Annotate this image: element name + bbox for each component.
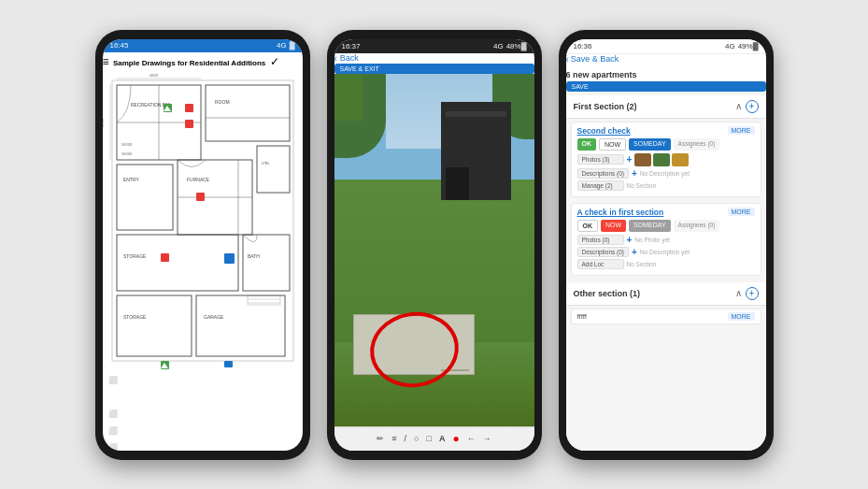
photo-thumb-2[interactable] <box>653 153 670 166</box>
phone2-status-right: 4G 48%▓ <box>493 42 527 50</box>
tool-btn-2[interactable]: — <box>103 389 123 406</box>
phone3-battery: 49%▓ <box>738 42 759 50</box>
back-button[interactable]: ‹ Back <box>334 53 534 64</box>
pencil-icon[interactable]: ✏ <box>377 434 384 443</box>
phone3-status-bar: 16:36 4G 49%▓ <box>566 39 766 54</box>
svg-rect-40 <box>248 295 280 305</box>
check1-photos-label[interactable]: Photos (3) <box>577 154 624 165</box>
check1-ok-button[interactable]: OK <box>577 138 597 151</box>
svg-text:56000: 56000 <box>121 142 133 147</box>
check1-more-button[interactable]: MORE <box>728 126 755 135</box>
phone1-title: Sample Drawings for Residential Addition… <box>113 59 265 67</box>
tool-btn-5[interactable]: ⬜ <box>103 439 123 451</box>
phone3-back-chevron-icon: ‹ <box>566 54 569 65</box>
text-icon[interactable]: A <box>439 434 446 443</box>
check2-add-photo-icon[interactable]: + <box>627 235 633 245</box>
back-chevron-icon: ‹ <box>334 53 337 64</box>
phone3-save-button[interactable]: SAVE <box>566 81 766 92</box>
svg-rect-6 <box>117 235 238 291</box>
check1-manage-row: Manage (2) No Section <box>577 180 755 191</box>
tool-btn-1[interactable]: ⬜ <box>103 372 123 389</box>
svg-text:STORAGE: STORAGE <box>123 314 147 320</box>
check2-descriptions-label[interactable]: Descriptions (0) <box>577 247 630 257</box>
phone2-header: ‹ Back SAVE & EXIT <box>334 53 534 74</box>
photo-area[interactable] <box>334 74 534 426</box>
arrow-left-icon[interactable]: ← <box>467 434 476 443</box>
tool-icon-2: — <box>109 393 117 401</box>
svg-rect-8 <box>117 295 192 356</box>
check1-no-description: No Description yet <box>640 170 690 177</box>
arrow-right-icon[interactable]: → <box>483 434 491 443</box>
tool-btn-4[interactable]: ⬜ <box>103 423 123 439</box>
phone2-signal: 4G <box>493 42 504 50</box>
check2-add-desc-icon[interactable]: + <box>632 247 637 257</box>
section2-add-button[interactable]: + <box>746 287 759 300</box>
check1-now-button[interactable]: NOW <box>599 138 626 151</box>
phone1-toolbar: ⬜ — ⬜ ⬜ ⬜ ⬜ ⬜ <box>103 372 303 451</box>
phone2-time: 16:37 <box>342 42 361 50</box>
menu-icon[interactable]: ≡ <box>103 55 109 68</box>
svg-rect-9 <box>196 295 285 356</box>
slash-icon[interactable]: / <box>405 434 407 443</box>
svg-rect-35 <box>161 253 169 262</box>
check1-add-desc-icon[interactable]: + <box>632 168 637 179</box>
check2-add-loc-label[interactable]: Add Loc <box>577 259 624 269</box>
phone3-screen: 16:36 4G 49%▓ ‹ Save & Back 6 new apartm… <box>566 39 766 451</box>
check2-name[interactable]: A check in first section <box>577 208 664 217</box>
check1-assignees[interactable]: Assignees (0) <box>674 138 720 151</box>
annotation-toolbar: ✏ ≡ / ○ □ A ● ← → <box>334 426 534 451</box>
phone3-back-button[interactable]: ‹ Save & Back <box>566 54 766 65</box>
check1-descriptions-label[interactable]: Descriptions (0) <box>577 168 630 179</box>
svg-text:FURNACE: FURNACE <box>187 177 210 182</box>
section1-title: First Section (2) <box>574 102 637 111</box>
phone3-signal: 4G <box>725 42 735 50</box>
check1-add-photo-icon[interactable]: + <box>627 154 633 165</box>
svg-text:STORAGE: STORAGE <box>123 253 147 259</box>
check1-name[interactable]: Second check <box>577 126 631 136</box>
svg-rect-39 <box>224 361 233 367</box>
photo-thumb-3[interactable] <box>672 153 689 166</box>
svg-rect-38 <box>224 253 235 264</box>
check2-no-description: No Description yet <box>640 249 690 255</box>
section2-title: Other section (1) <box>574 289 641 298</box>
save-exit-button[interactable]: SAVE & EXIT <box>334 64 534 74</box>
check2-someday-button[interactable]: SOMEDAY <box>629 220 671 232</box>
svg-text:UTIL: UTIL <box>262 161 270 165</box>
check1-manage-label[interactable]: Manage (2) <box>577 180 624 191</box>
check2-status-buttons: OK NOW SOMEDAY Assignees (0) <box>577 220 755 232</box>
checklist-area: First Section (2) ∧ + Second check MORE … <box>566 92 766 451</box>
lines-icon[interactable]: ≡ <box>391 434 396 443</box>
section2-icons: ∧ + <box>735 287 759 300</box>
check-item-1: Second check MORE OK NOW SOMEDAY Assigne… <box>571 122 761 197</box>
check1-photos-row: Photos (3) + <box>577 153 755 166</box>
section1-add-button[interactable]: + <box>746 100 759 113</box>
phone-1: 16:45 4G ▓ ≡ Sample Drawings for Residen… <box>95 30 310 460</box>
check2-more-button[interactable]: MORE <box>728 208 755 216</box>
check-icon[interactable]: ✓ <box>270 55 279 68</box>
svg-text:ENTRY: ENTRY <box>123 177 140 182</box>
phone3-header: ‹ Save & Back 6 new apartments SAVE <box>566 54 766 92</box>
section2-chevron-icon[interactable]: ∧ <box>735 288 742 298</box>
svg-rect-3 <box>117 165 173 230</box>
check2-assignees[interactable]: Assignees (0) <box>674 220 720 232</box>
check2-now-button[interactable]: NOW <box>601 220 626 232</box>
section2-item: fffff MORE <box>571 309 761 324</box>
blueprint-area[interactable]: RECREATION RM ROOM ENTRY FURNACE UTIL ST… <box>103 69 303 372</box>
photo-thumb-1[interactable] <box>634 153 651 166</box>
svg-text:ROOM: ROOM <box>215 99 230 105</box>
circle-icon[interactable]: ○ <box>414 434 419 443</box>
svg-text:56000: 56000 <box>121 151 133 156</box>
section2-more-button[interactable]: MORE <box>728 312 755 321</box>
phone3-page-subtitle: 6 new apartments <box>566 70 637 79</box>
section1-chevron-icon[interactable]: ∧ <box>735 101 742 111</box>
svg-rect-34 <box>196 193 205 201</box>
svg-text:3600: 3600 <box>103 118 105 127</box>
phone1-status-right: 4G ▓ <box>277 41 295 50</box>
tool-btn-3[interactable]: ⬜ <box>103 406 123 423</box>
check2-ok-button[interactable]: OK <box>577 220 599 232</box>
check2-photos-label[interactable]: Photos (0) <box>577 235 624 245</box>
filled-circle-icon[interactable]: ● <box>452 432 459 445</box>
check1-someday-button[interactable]: SOMEDAY <box>629 138 671 151</box>
square-icon[interactable]: □ <box>427 434 432 443</box>
check2-descriptions-row: Descriptions (0) + No Description yet <box>577 247 755 257</box>
